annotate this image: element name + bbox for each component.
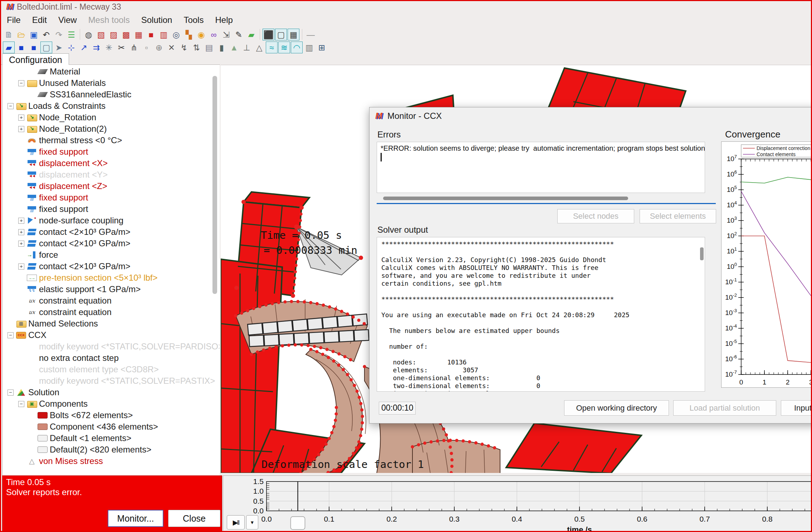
tree-item[interactable]: displacement <Y> [18,169,108,180]
tree-item[interactable]: constraint equation [18,306,112,318]
tree-expander[interactable]: + [18,115,24,121]
plane-icon[interactable]: ▰ [245,29,257,40]
tree-scrollbar[interactable] [212,76,217,294]
wave-flat-icon[interactable]: ≈ [266,42,278,53]
triangle-up-icon[interactable]: ▲ [228,42,240,53]
cube-solid-red-icon[interactable]: ■ [145,29,157,40]
undo-icon[interactable]: ↶ [40,29,52,40]
tree-expander[interactable]: − [8,103,14,109]
partition-icon[interactable]: ▚ [183,29,195,40]
menu-file[interactable]: File [1,14,26,26]
mesh-view-icon[interactable]: ▦ [288,29,299,40]
cube-node-icon[interactable]: ⊕ [153,42,165,53]
menu-edit[interactable]: Edit [26,14,53,26]
tree-item[interactable]: +node-surface coupling [18,215,123,226]
tab-configuration[interactable]: Configuration [2,53,69,65]
solver-scrollbar-thumb[interactable] [700,247,704,260]
outline-square-icon[interactable]: ▢ [40,42,52,53]
renumber-icon[interactable]: ⇅ [191,42,202,53]
select-elements-button[interactable]: Select elements [640,209,716,223]
tree-expander[interactable]: + [18,126,24,132]
tree-item[interactable]: Default(2) <820 elements> [29,444,151,455]
cube-red-top-icon[interactable]: ▧ [95,29,107,40]
tree-expander[interactable]: + [18,241,24,247]
menu-help[interactable]: Help [209,14,238,26]
tree-item[interactable]: +contact <2×10³ GPa/m> [18,238,130,249]
tree-item[interactable]: displacement <Z> [18,180,107,192]
tree-item[interactable]: +Node_Rotation(2) [18,123,107,135]
snap-icon[interactable]: ✳ [103,42,115,53]
solid-element3-icon[interactable]: ■ [28,42,40,53]
zoom-region-icon[interactable]: ◎ [170,29,182,40]
wireframe-view-icon[interactable]: ▢ [275,29,287,40]
select-nodes-button[interactable]: Select nodes [557,209,634,223]
tree-item[interactable]: elastic support <1 GPa/m> [18,284,141,295]
cube-red-corner-icon[interactable]: ▥ [158,29,170,40]
solid-element-icon[interactable]: ▰ [3,42,15,53]
tree-item[interactable]: custom element type <C3D8R> [18,364,159,375]
tree-item[interactable]: modify keyword <*STATIC,SOLVER=PASTIX> [18,375,215,387]
pressed-bar-icon[interactable]: ▮ [216,42,228,53]
tree-item[interactable]: modify keyword <*STATIC,SOLVER=PARDISO> [18,341,220,352]
tree-item[interactable]: +contact <2×10³ GPa/m> [18,261,130,272]
cursor-plus-icon[interactable]: ⊹ [65,42,77,53]
circle-magnifier-icon[interactable]: ◉ [195,29,207,40]
tree-item[interactable]: fixed support [18,203,88,215]
tree-item[interactable]: −Unused Materials [18,77,106,89]
menu-tools[interactable]: Tools [178,14,209,26]
input-file-button[interactable]: Input fi [781,400,812,416]
dimension-icon[interactable]: ⇲ [220,29,232,40]
monitor-button[interactable]: Monitor... [108,510,163,527]
tree-expander[interactable]: + [18,263,24,270]
redo-icon[interactable]: ↷ [53,29,65,40]
tree-expander[interactable]: + [18,229,24,235]
new-file-icon[interactable]: 🗎 [3,29,15,40]
cube-red-back-icon[interactable]: ▦ [133,29,145,40]
tree-item[interactable]: fixed support [18,192,88,203]
save-icon[interactable]: ▣ [28,29,40,40]
select-cursor-icon[interactable]: ➤ [53,42,65,53]
tree-item[interactable]: Component <436 elements> [29,421,158,432]
tree-item[interactable]: +contact <2×10³ GPa/m> [18,226,130,238]
errors-textbox[interactable]: *ERROR: solution seems to diverge; pleas… [377,142,705,193]
overflow-dash-icon[interactable]: — [305,29,317,40]
sketch-icon[interactable]: ✎ [233,29,245,40]
tree-expander[interactable]: − [18,80,24,86]
shaded-view-icon[interactable]: ⬛ [263,29,274,40]
tree-item[interactable]: force [18,249,58,261]
wave-full-icon[interactable]: ≋ [278,42,290,53]
delete-cross-icon[interactable]: ✕ [166,42,177,53]
tree-item[interactable]: thermal stress <0 °C> [18,135,122,146]
stack-icon[interactable]: ▤ [203,42,215,53]
play-options-dropdown[interactable]: ▼ [246,515,258,529]
tree-item[interactable]: Named Selections [8,318,98,329]
menu-mesh-tools[interactable]: Mesh tools [83,14,136,26]
branch-icon[interactable]: ⋔ [128,42,140,53]
open-folder-icon[interactable]: 🗁 [15,29,27,40]
tree-item[interactable]: −Components [18,398,88,410]
cube-red-side-icon[interactable]: ▨ [108,29,119,40]
tree-expander[interactable]: − [18,401,24,407]
tree-item[interactable]: Default <1 elements> [29,432,131,444]
cube-red-front-icon[interactable]: ▩ [120,29,132,40]
move-nodes-icon[interactable]: ↗ [78,42,90,53]
scrollbar-thumb[interactable] [383,197,628,200]
merge-nodes-icon[interactable]: ⇉ [91,42,102,53]
tree-item[interactable]: Material [29,66,80,77]
solid-element2-icon[interactable]: ■ [15,42,27,53]
graph-icon[interactable]: ↯ [178,42,190,53]
weld-icon[interactable]: △ [253,42,265,53]
purple-tools-icon[interactable]: ∞ [208,29,220,40]
menu-solution[interactable]: Solution [136,14,178,26]
tree-item[interactable]: displacement <X> [18,158,108,169]
tree-expander[interactable]: + [18,218,24,224]
tree-expander[interactable]: − [8,332,14,338]
load-partial-solution-button[interactable]: Load partial solution [673,400,776,416]
tree-item[interactable]: constraint equation [18,295,112,306]
sphere-mesh-icon[interactable]: ◍ [83,29,94,40]
tree-item[interactable]: von Mises stress [18,455,103,467]
tree-item[interactable]: SS316anneledElastic [29,89,131,100]
scissors-icon[interactable]: ✂ [116,42,127,53]
square-dashed-icon[interactable]: ▫ [141,42,152,53]
tree-item[interactable]: −Loads & Constraints [8,100,106,112]
